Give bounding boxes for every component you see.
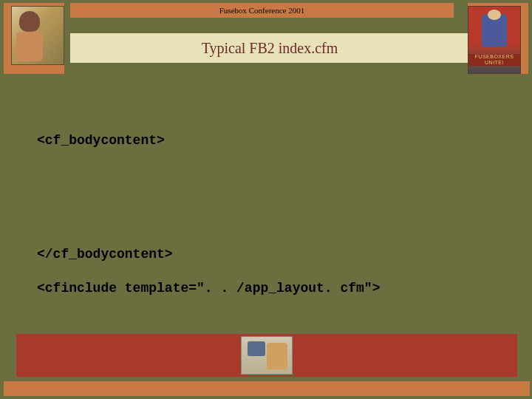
slide-title: Typical FB2 index.cfm [202,40,338,56]
left-decorative-strip [4,3,64,74]
right-decorative-strip: FUSEBOXERS UNITE! [468,3,528,74]
footer-bar [16,334,517,377]
conference-label: Fusebox Conference 2001 [219,6,304,15]
code-close-tag: </cf_bodycontent> [37,247,173,262]
slide-title-bar: Typical FB2 index.cfm [70,33,469,63]
footer-illustration [241,336,293,375]
fuseboxers-banner: FUSEBOXERS UNITE! [468,54,520,66]
right-illustration: FUSEBOXERS UNITE! [468,6,521,74]
left-illustration [11,6,64,65]
conference-header: Fusebox Conference 2001 [70,3,454,18]
code-open-tag: <cf_bodycontent> [37,133,165,148]
code-include: <cfinclude template=". . /app_layout. cf… [37,281,380,296]
footer-accent-strip [4,381,530,396]
